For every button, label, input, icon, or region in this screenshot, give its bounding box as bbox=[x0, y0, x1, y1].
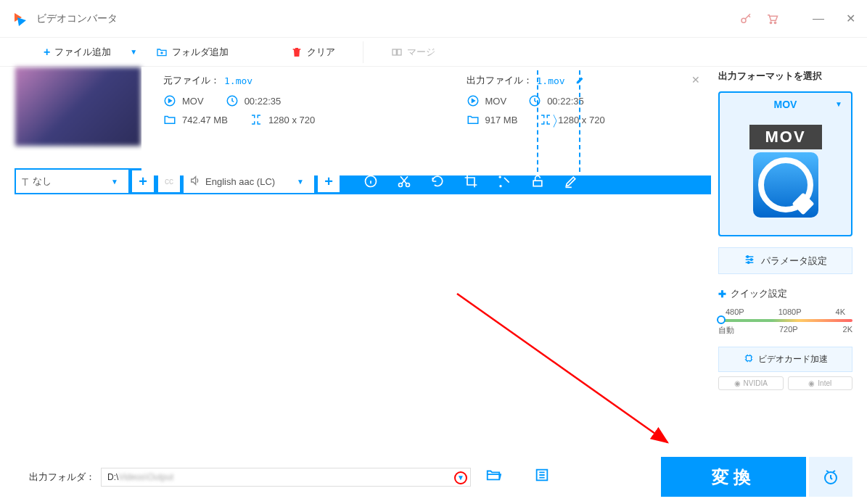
rotate-icon[interactable] bbox=[430, 174, 445, 189]
output-file-label: 出力ファイル： bbox=[467, 74, 533, 87]
parameter-settings-button[interactable]: パラメータ設定 bbox=[718, 247, 852, 274]
app-title: ビデオコンバータ bbox=[36, 12, 118, 25]
open-folder-button[interactable] bbox=[485, 467, 501, 487]
folder-icon bbox=[467, 113, 480, 126]
merge-label: マージ bbox=[407, 46, 435, 59]
titlebar: ビデオコンバータ — ✕ bbox=[0, 0, 867, 38]
svg-point-14 bbox=[750, 259, 752, 261]
output-path-value: D:\ bbox=[107, 472, 118, 482]
subtitle-value: なし bbox=[33, 175, 52, 188]
resolution-icon bbox=[250, 113, 263, 126]
cut-icon[interactable] bbox=[397, 174, 411, 189]
slider-480p: 480P bbox=[726, 307, 744, 316]
source-size: 742.47 MB bbox=[182, 115, 228, 125]
add-folder-label: フォルダ追加 bbox=[172, 46, 229, 59]
remove-file-button[interactable]: ✕ bbox=[691, 74, 700, 86]
format-thumbnail: MOV bbox=[723, 113, 848, 232]
toolbar-separator bbox=[363, 41, 363, 63]
app-logo bbox=[12, 10, 29, 28]
source-file-label: 元ファイル： bbox=[163, 74, 220, 87]
close-button[interactable]: ✕ bbox=[845, 14, 855, 24]
chip-icon bbox=[744, 353, 754, 365]
format-selector[interactable]: MOV ▼ MOV bbox=[718, 91, 852, 236]
format-icon bbox=[163, 94, 176, 107]
chevron-down-icon: ▼ bbox=[111, 178, 118, 186]
gpu-accel-button[interactable]: ビデオカード加速 bbox=[718, 347, 852, 372]
slider-720p: 720P bbox=[779, 325, 798, 336]
svg-rect-3 bbox=[393, 49, 396, 55]
output-format: MOV bbox=[485, 96, 507, 107]
convert-button[interactable]: 変換 bbox=[661, 457, 806, 497]
chevron-down-icon: ▼ bbox=[835, 100, 842, 108]
svg-rect-12 bbox=[533, 181, 542, 186]
param-settings-label: パラメータ設定 bbox=[761, 255, 827, 268]
crop-icon[interactable] bbox=[464, 174, 478, 189]
output-size: 917 MB bbox=[485, 115, 518, 125]
bottom-bar: 出力フォルダ： D:\ Videos\Output ▼ 変換 bbox=[15, 457, 852, 497]
quick-settings-label: クイック設定 bbox=[731, 287, 787, 300]
path-dropdown[interactable]: ▼ bbox=[454, 471, 467, 484]
source-duration: 00:22:35 bbox=[245, 96, 282, 107]
source-resolution: 1280 x 720 bbox=[268, 115, 315, 125]
nvidia-chip: ◉ NVIDIA bbox=[718, 376, 784, 390]
clear-button[interactable]: クリア bbox=[284, 46, 342, 59]
add-file-label: ファイル追加 bbox=[54, 46, 111, 59]
speaker-icon bbox=[189, 175, 201, 189]
mov-badge-text: MOV bbox=[749, 125, 822, 149]
svg-point-15 bbox=[747, 262, 749, 264]
gpu-accel-label: ビデオカード加速 bbox=[758, 353, 828, 365]
watermark-icon[interactable] bbox=[530, 174, 545, 189]
add-folder-button[interactable]: フォルダ追加 bbox=[149, 46, 236, 59]
divider-arrow: 〉 bbox=[537, 70, 580, 172]
slider-thumb[interactable] bbox=[717, 315, 726, 324]
effects-icon[interactable] bbox=[497, 174, 511, 189]
merge-icon bbox=[391, 46, 403, 58]
output-folder-label: 出力フォルダ： bbox=[29, 471, 95, 484]
source-format: MOV bbox=[182, 96, 204, 107]
clock-icon bbox=[226, 94, 239, 107]
schedule-button[interactable] bbox=[809, 457, 852, 497]
slider-1080p: 1080P bbox=[778, 307, 802, 316]
format-name: MOV bbox=[774, 99, 797, 110]
text-icon: T bbox=[22, 175, 28, 188]
convert-label: 変換 bbox=[712, 466, 755, 489]
plus-icon: ✚ bbox=[718, 289, 726, 299]
plus-icon: + bbox=[44, 46, 50, 59]
video-thumbnail[interactable] bbox=[15, 67, 141, 146]
output-format-title: 出力フォーマットを選択 bbox=[718, 67, 852, 86]
audio-value: English aac (LC) bbox=[205, 176, 275, 187]
folder-plus-icon bbox=[156, 46, 168, 58]
info-icon[interactable] bbox=[363, 174, 378, 189]
svg-point-1 bbox=[770, 22, 771, 23]
toolbar: + ファイル追加 ▼ フォルダ追加 クリア マージ bbox=[0, 38, 867, 67]
clear-label: クリア bbox=[307, 46, 335, 59]
sliders-icon bbox=[744, 254, 755, 268]
format-icon bbox=[467, 94, 480, 107]
svg-rect-16 bbox=[746, 356, 751, 361]
merge-button[interactable]: マージ bbox=[384, 46, 443, 59]
quality-slider[interactable] bbox=[718, 319, 852, 322]
file-row: ✕ 〉 元ファイル： 1.mov MOV 00: bbox=[15, 67, 711, 175]
slider-auto: 自動 bbox=[718, 325, 734, 336]
subtitle-select[interactable]: T なし ▼ bbox=[16, 170, 128, 192]
cart-icon[interactable] bbox=[765, 12, 778, 25]
svg-point-2 bbox=[774, 22, 776, 23]
slider-2k: 2K bbox=[843, 325, 852, 336]
add-file-dropdown[interactable]: ▼ bbox=[124, 48, 143, 56]
sidebar: 出力フォーマットを選択 MOV ▼ MOV パラメータ設定 ✚ クイック設定 bbox=[718, 67, 852, 450]
slider-4k: 4K bbox=[836, 307, 845, 316]
source-filename: 1.mov bbox=[224, 75, 252, 86]
output-path-input[interactable]: D:\ Videos\Output ▼ bbox=[101, 468, 471, 487]
folder-icon bbox=[163, 113, 176, 126]
add-file-button[interactable]: + ファイル追加 bbox=[36, 46, 118, 59]
chevron-down-icon: ▼ bbox=[297, 178, 304, 186]
svg-rect-4 bbox=[398, 49, 401, 55]
task-list-button[interactable] bbox=[534, 467, 550, 487]
trash-icon bbox=[291, 46, 303, 58]
svg-point-13 bbox=[747, 256, 749, 258]
svg-point-0 bbox=[741, 18, 746, 22]
minimize-button[interactable]: — bbox=[813, 14, 823, 24]
key-icon[interactable] bbox=[739, 12, 752, 25]
subtitle-edit-icon[interactable] bbox=[564, 174, 578, 189]
intel-chip: ◉ Intel bbox=[788, 376, 853, 390]
